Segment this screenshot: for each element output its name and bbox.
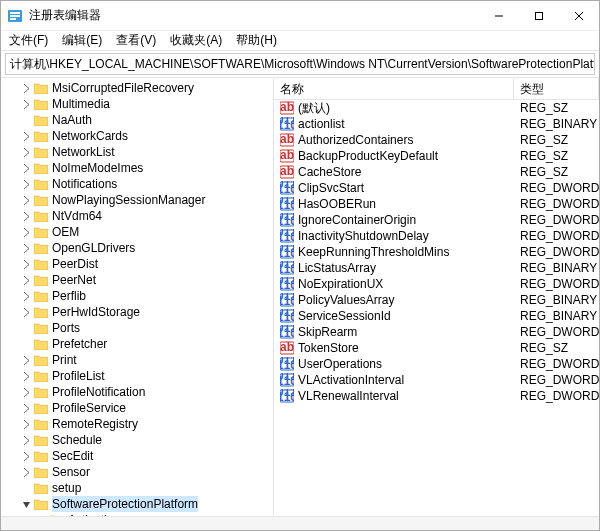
expand-icon[interactable]	[21, 99, 32, 110]
list-view[interactable]: 名称 类型 (默认)REG_SZactionlistREG_BINARYAuth…	[274, 78, 599, 516]
expand-icon[interactable]	[21, 211, 32, 222]
expand-icon[interactable]	[21, 499, 32, 510]
list-row[interactable]: CacheStoreREG_SZ	[274, 164, 599, 180]
tree-item[interactable]: Notifications	[3, 176, 273, 192]
expand-icon[interactable]	[21, 179, 32, 190]
list-body: (默认)REG_SZactionlistREG_BINARYAuthorized…	[274, 100, 599, 404]
value-icon	[280, 261, 294, 275]
list-row[interactable]: PolicyValuesArrayREG_BINARY	[274, 292, 599, 308]
expand-icon[interactable]	[21, 195, 32, 206]
expand-icon[interactable]	[21, 275, 32, 286]
tree-item-label: ProfileNotification	[52, 384, 145, 400]
list-row[interactable]: HasOOBERunREG_DWORD	[274, 196, 599, 212]
expand-icon[interactable]	[21, 291, 32, 302]
list-row[interactable]: InactivityShutdownDelayREG_DWORD	[274, 228, 599, 244]
tree-item[interactable]: MsiCorruptedFileRecovery	[3, 80, 273, 96]
tree-item[interactable]: SecEdit	[3, 448, 273, 464]
list-row[interactable]: ClipSvcStartREG_DWORD	[274, 180, 599, 196]
expand-icon[interactable]	[21, 227, 32, 238]
tree-item[interactable]: NetworkCards	[3, 128, 273, 144]
minimize-button[interactable]	[479, 1, 519, 30]
list-row[interactable]: VLRenewalIntervalREG_DWORD	[274, 388, 599, 404]
list-row[interactable]: VLActivationIntervalREG_DWORD	[274, 372, 599, 388]
menu-view[interactable]: 查看(V)	[116, 32, 156, 49]
tree-view[interactable]: MsiCorruptedFileRecoveryMultimediaNaAuth…	[1, 78, 274, 516]
expand-icon[interactable]	[21, 403, 32, 414]
close-button[interactable]	[559, 1, 599, 30]
content-panes: MsiCorruptedFileRecoveryMultimediaNaAuth…	[1, 77, 599, 516]
tree-item[interactable]: Print	[3, 352, 273, 368]
tree-item-label: RemoteRegistry	[52, 416, 138, 432]
expand-icon[interactable]	[21, 131, 32, 142]
folder-icon	[34, 178, 48, 190]
tree-item[interactable]: PerHwIdStorage	[3, 304, 273, 320]
list-row[interactable]: LicStatusArrayREG_BINARY	[274, 260, 599, 276]
expand-icon[interactable]	[21, 83, 32, 94]
expand-icon[interactable]	[21, 259, 32, 270]
menu-file[interactable]: 文件(F)	[9, 32, 48, 49]
list-row[interactable]: SkipRearmREG_DWORD	[274, 324, 599, 340]
tree-item[interactable]: OpenGLDrivers	[3, 240, 273, 256]
expand-icon[interactable]	[21, 147, 32, 158]
tree-item[interactable]: SoftwareProtectionPlatform	[3, 496, 273, 512]
folder-icon	[34, 162, 48, 174]
tree-item[interactable]: ProfileList	[3, 368, 273, 384]
tree-item[interactable]: Ports	[3, 320, 273, 336]
list-row[interactable]: UserOperationsREG_DWORD	[274, 356, 599, 372]
menu-edit[interactable]: 编辑(E)	[62, 32, 102, 49]
list-row[interactable]: AuthorizedContainersREG_SZ	[274, 132, 599, 148]
address-bar[interactable]: 计算机\HKEY_LOCAL_MACHINE\SOFTWARE\Microsof…	[5, 53, 595, 75]
tree-item[interactable]: NoImeModeImes	[3, 160, 273, 176]
tree-item[interactable]: PeerDist	[3, 256, 273, 272]
menu-favorites[interactable]: 收藏夹(A)	[170, 32, 222, 49]
list-row[interactable]: actionlistREG_BINARY	[274, 116, 599, 132]
tree-item[interactable]: RemoteRegistry	[3, 416, 273, 432]
expand-icon[interactable]	[21, 435, 32, 446]
statusbar	[1, 516, 599, 530]
tree-item[interactable]: NetworkList	[3, 144, 273, 160]
menubar: 文件(F) 编辑(E) 查看(V) 收藏夹(A) 帮助(H)	[1, 31, 599, 51]
tree-item[interactable]: NowPlayingSessionManager	[3, 192, 273, 208]
tree-item[interactable]: Schedule	[3, 432, 273, 448]
tree-item-label: ProfileService	[52, 400, 126, 416]
list-row[interactable]: NoExpirationUXREG_DWORD	[274, 276, 599, 292]
tree-item[interactable]: NaAuth	[3, 112, 273, 128]
col-header-type[interactable]: 类型	[514, 78, 599, 99]
menu-help[interactable]: 帮助(H)	[236, 32, 277, 49]
col-header-name[interactable]: 名称	[274, 78, 514, 99]
expand-icon[interactable]	[21, 451, 32, 462]
value-icon	[280, 373, 294, 387]
tree-item[interactable]: Perflib	[3, 288, 273, 304]
tree-item[interactable]: NtVdm64	[3, 208, 273, 224]
tree-item[interactable]: Sensor	[3, 464, 273, 480]
list-row[interactable]: ServiceSessionIdREG_BINARY	[274, 308, 599, 324]
tree-item[interactable]: PeerNet	[3, 272, 273, 288]
expand-icon[interactable]	[21, 243, 32, 254]
value-type: REG_DWORD	[514, 325, 599, 339]
list-row[interactable]: TokenStoreREG_SZ	[274, 340, 599, 356]
list-row[interactable]: (默认)REG_SZ	[274, 100, 599, 116]
list-row[interactable]: IgnoreContainerOriginREG_DWORD	[274, 212, 599, 228]
expand-icon[interactable]	[21, 371, 32, 382]
list-row[interactable]: KeepRunningThresholdMinsREG_DWORD	[274, 244, 599, 260]
tree-item[interactable]: ProfileService	[3, 400, 273, 416]
tree-item[interactable]: OEM	[3, 224, 273, 240]
tree-item[interactable]: ProfileNotification	[3, 384, 273, 400]
list-row[interactable]: BackupProductKeyDefaultREG_SZ	[274, 148, 599, 164]
expand-icon[interactable]	[21, 419, 32, 430]
value-name: VLRenewalInterval	[298, 389, 399, 403]
expand-icon[interactable]	[21, 355, 32, 366]
expand-icon[interactable]	[21, 467, 32, 478]
maximize-button[interactable]	[519, 1, 559, 30]
value-icon	[280, 357, 294, 371]
value-name: (默认)	[298, 100, 330, 117]
expand-icon[interactable]	[21, 307, 32, 318]
tree-item[interactable]: Prefetcher	[3, 336, 273, 352]
folder-icon	[34, 210, 48, 222]
tree-item-label: PeerDist	[52, 256, 98, 272]
tree-item[interactable]: setup	[3, 480, 273, 496]
expand-icon[interactable]	[21, 163, 32, 174]
tree-item[interactable]: Multimedia	[3, 96, 273, 112]
expand-icon[interactable]	[21, 387, 32, 398]
folder-icon	[34, 338, 48, 350]
